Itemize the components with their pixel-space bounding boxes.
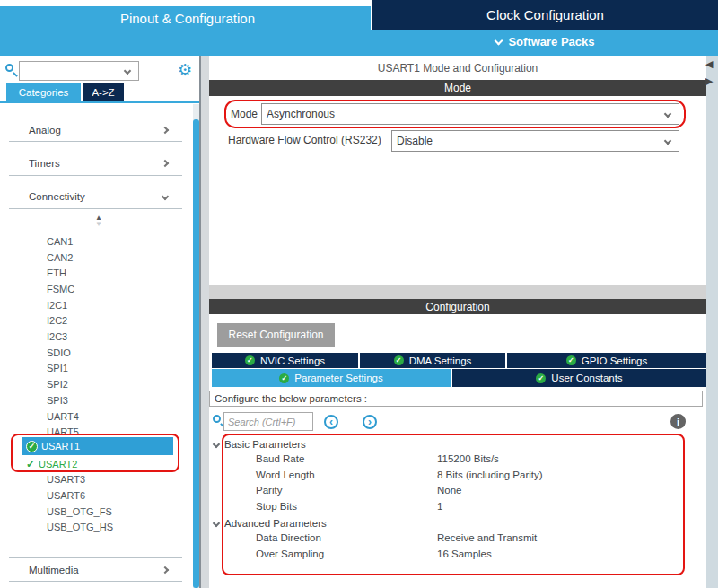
sidebar-item-label: USART1 [41,441,80,452]
group-basic-parameters[interactable]: Basic Parameters [209,437,685,452]
param-value[interactable]: 8 Bits (including Parity) [437,470,543,480]
sidebar-item-usart1[interactable]: ✓ USART1 [22,437,173,455]
mode-panel-title: USART1 Mode and Configuration [209,62,706,76]
param-label: Word Length [256,470,315,480]
gear-icon[interactable]: ⚙ [178,60,192,80]
configure-parameters-header: Configure the below parameters : [209,391,703,407]
param-label: Baud Rate [256,453,304,464]
sidebar-item-fsmc[interactable]: FSMC [0,281,193,297]
hwfc-select-value: Disable [397,135,433,147]
param-value[interactable]: Receive and Transmit [437,532,537,543]
search-next-button[interactable]: › [363,415,377,429]
sidebar-item-i2c2[interactable]: I2C2 [0,313,193,329]
reset-configuration-button[interactable]: Reset Configuration [217,323,335,347]
chevron-right-icon [162,160,169,167]
sidebar-category-multimedia[interactable]: Multimedia [9,557,182,582]
tab-clock-configuration[interactable]: Clock Configuration [371,0,718,30]
hwfc-field-label: Hardware Flow Control (RS232) [228,134,381,146]
sidebar-item-usart2[interactable]: ✓ USART2 [22,456,173,472]
cubemx-window: Pinout & Configuration Clock Configurati… [0,0,718,588]
sidebar-item-usb-otg-hs[interactable]: USB_OTG_HS [0,520,193,536]
tab-label: DMA Settings [409,355,472,366]
sidebar-category-analog[interactable]: Analog [9,118,182,142]
sidebar-item-label: USART2 [39,459,77,470]
group-label: Advanced Parameters [224,518,327,529]
sidebar-item-uart4[interactable]: UART4 [0,408,193,425]
parameters-search-input[interactable] [223,412,313,431]
check-circle-icon: ✓ [279,373,289,383]
sidebar-category-timers[interactable]: Timers [9,152,182,176]
section-gap [209,285,706,299]
mode-select[interactable]: Asynchronous [261,103,679,125]
sidebar-item-usb-otg-fs[interactable]: USB_OTG_FS [0,504,193,520]
param-value[interactable]: 16 Samples [437,549,492,559]
chevron-down-icon [213,441,220,448]
param-value[interactable]: None [437,485,462,496]
mode-field-label: Mode [231,108,258,120]
tab-gpio-settings[interactable]: ✓ GPIO Settings [507,353,706,368]
param-value[interactable]: 1 [437,501,442,512]
param-label: Stop Bits [256,501,297,512]
check-icon: ✓ [26,458,35,470]
param-label: Parity [256,485,282,496]
chevron-down-icon [162,193,169,200]
collapse-right-icon[interactable]: ▶ [705,76,713,86]
header-top-margin [0,0,372,6]
sidebar-item-i2c3[interactable]: I2C3 [0,329,193,345]
param-row-stop-bits: Stop Bits 1 [209,501,685,515]
param-row-baud-rate: Baud Rate 115200 Bits/s [209,453,685,468]
tab-user-constants[interactable]: ✓ User Constants [452,369,706,387]
tab-categories[interactable]: Categories [6,83,81,101]
sidebar-item-spi3[interactable]: SPI3 [0,392,193,408]
collapse-left-icon[interactable]: ◀ [705,59,713,69]
sidebar-item-spi1[interactable]: SPI1 [0,361,193,377]
sidebar-search-combobox[interactable] [19,61,139,81]
param-row-data-direction: Data Direction Receive and Transmit [209,532,685,547]
check-circle-icon: ✓ [26,441,38,452]
tab-a-to-z[interactable]: A->Z [83,83,124,101]
hwfc-select[interactable]: Disable [391,130,679,152]
check-circle-icon: ✓ [245,355,255,365]
chevron-right-icon [162,566,169,573]
tab-parameter-settings[interactable]: ✓ Parameter Settings [212,369,451,387]
chevron-down-icon [664,110,671,118]
sidebar-item-can1[interactable]: CAN1 [0,233,193,250]
chevron-down-icon [664,137,671,145]
sidebar-item-eth[interactable]: ETH [0,265,193,281]
category-label: Connectivity [29,191,85,202]
chevron-down-icon [495,36,503,45]
group-advanced-parameters[interactable]: Advanced Parameters [209,516,685,531]
search-prev-button[interactable]: ‹ [324,415,338,429]
category-label: Timers [29,158,60,169]
check-circle-icon: ✓ [566,355,576,365]
triangle-down-icon: ▼ [92,221,105,227]
software-packs-menu[interactable]: Software Packs [372,30,718,54]
tab-dma-settings[interactable]: ✓ DMA Settings [360,353,505,368]
chevron-down-icon [124,67,131,75]
param-value[interactable]: 115200 Bits/s [437,453,499,464]
search-icon [5,64,13,72]
sidebar-item-usart3[interactable]: USART3 [0,471,193,487]
panel-divider[interactable] [199,56,209,588]
sidebar-item-can2[interactable]: CAN2 [0,250,193,266]
list-scroll-up-control[interactable]: ▲ ▼ [92,215,105,227]
right-scroll-strip[interactable] [706,56,718,588]
sidebar-category-connectivity[interactable]: Connectivity [9,185,182,209]
sidebar-scrollbar-thumb[interactable] [193,119,199,588]
tab-label: Parameter Settings [294,373,382,383]
param-row-over-sampling: Over Sampling 16 Samples [209,549,685,563]
group-label: Basic Parameters [224,439,306,450]
tab-nvic-settings[interactable]: ✓ NVIC Settings [212,353,358,368]
chevron-right-icon [162,126,169,133]
info-icon[interactable]: i [670,414,686,429]
sidebar-item-i2c1[interactable]: I2C1 [0,297,193,313]
sidebar-item-usart6[interactable]: USART6 [0,487,193,504]
mode-select-value: Asynchronous [267,108,335,120]
chevron-down-icon [213,520,220,527]
sidebar-item-sdio[interactable]: SDIO [0,345,193,361]
tab-label: GPIO Settings [582,355,648,366]
software-packs-label: Software Packs [508,35,594,48]
category-label: Multimedia [29,565,79,575]
sidebar-item-spi2[interactable]: SPI2 [0,376,193,392]
tab-pinout-configuration[interactable]: Pinout & Configuration [9,6,366,30]
